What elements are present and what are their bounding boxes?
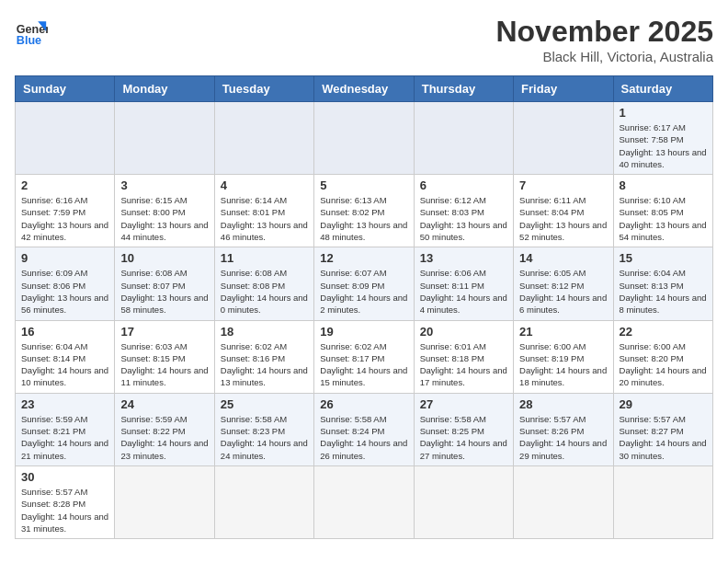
day-number: 3	[120, 178, 208, 192]
svg-text:Blue: Blue	[17, 34, 41, 47]
week-row-6: 30Sunrise: 5:57 AM Sunset: 8:28 PM Dayli…	[16, 465, 713, 538]
title-area: November 2025 Black Hill, Victoria, Aust…	[495, 15, 713, 64]
day-number: 20	[420, 325, 507, 339]
day-info: Sunrise: 6:09 AM Sunset: 8:06 PM Dayligh…	[21, 267, 108, 316]
day-info: Sunrise: 5:58 AM Sunset: 8:24 PM Dayligh…	[320, 413, 407, 462]
weekday-header-tuesday: Tuesday	[214, 76, 313, 102]
day-info: Sunrise: 6:00 AM Sunset: 8:20 PM Dayligh…	[620, 340, 707, 389]
day-info: Sunrise: 5:57 AM Sunset: 8:27 PM Dayligh…	[620, 413, 707, 462]
day-number: 18	[221, 325, 308, 339]
day-info: Sunrise: 6:04 AM Sunset: 8:13 PM Dayligh…	[620, 267, 707, 316]
calendar-cell: 15Sunrise: 6:04 AM Sunset: 8:13 PM Dayli…	[613, 247, 712, 320]
calendar-cell	[214, 102, 313, 175]
weekday-header-saturday: Saturday	[613, 76, 712, 102]
day-info: Sunrise: 6:03 AM Sunset: 8:15 PM Dayligh…	[120, 340, 208, 389]
weekday-header-thursday: Thursday	[414, 76, 513, 102]
calendar-cell: 30Sunrise: 5:57 AM Sunset: 8:28 PM Dayli…	[16, 465, 115, 538]
day-number: 4	[221, 178, 308, 192]
calendar-cell: 6Sunrise: 6:12 AM Sunset: 8:03 PM Daylig…	[414, 175, 513, 247]
day-info: Sunrise: 6:08 AM Sunset: 8:08 PM Dayligh…	[221, 267, 308, 316]
day-number: 24	[120, 397, 208, 411]
day-info: Sunrise: 6:04 AM Sunset: 8:14 PM Dayligh…	[21, 340, 108, 389]
week-row-1: 1Sunrise: 6:17 AM Sunset: 7:58 PM Daylig…	[16, 102, 713, 175]
day-number: 7	[519, 178, 607, 192]
day-number: 27	[420, 397, 507, 411]
day-info: Sunrise: 5:59 AM Sunset: 8:22 PM Dayligh…	[120, 413, 208, 462]
day-number: 13	[420, 251, 507, 265]
day-number: 28	[519, 397, 607, 411]
calendar-cell: 29Sunrise: 5:57 AM Sunset: 8:27 PM Dayli…	[613, 393, 712, 465]
calendar-cell: 2Sunrise: 6:16 AM Sunset: 7:59 PM Daylig…	[16, 175, 115, 247]
day-number: 25	[221, 397, 308, 411]
calendar: SundayMondayTuesdayWednesdayThursdayFrid…	[15, 75, 713, 539]
day-info: Sunrise: 5:59 AM Sunset: 8:21 PM Dayligh…	[21, 413, 108, 462]
calendar-cell	[314, 102, 414, 175]
calendar-cell: 11Sunrise: 6:08 AM Sunset: 8:08 PM Dayli…	[214, 247, 313, 320]
day-number: 9	[21, 251, 108, 265]
day-info: Sunrise: 5:57 AM Sunset: 8:28 PM Dayligh…	[21, 486, 108, 534]
calendar-cell	[115, 102, 214, 175]
calendar-cell: 13Sunrise: 6:06 AM Sunset: 8:11 PM Dayli…	[414, 247, 513, 320]
day-info: Sunrise: 6:05 AM Sunset: 8:12 PM Dayligh…	[519, 267, 607, 316]
logo-icon: General Blue	[15, 15, 48, 48]
day-number: 1	[620, 106, 707, 120]
calendar-cell	[414, 102, 513, 175]
day-info: Sunrise: 6:08 AM Sunset: 8:07 PM Dayligh…	[120, 267, 208, 316]
calendar-cell: 10Sunrise: 6:08 AM Sunset: 8:07 PM Dayli…	[115, 247, 214, 320]
day-number: 12	[320, 251, 407, 265]
weekday-header-row: SundayMondayTuesdayWednesdayThursdayFrid…	[16, 76, 713, 102]
day-number: 22	[620, 325, 707, 339]
calendar-cell: 23Sunrise: 5:59 AM Sunset: 8:21 PM Dayli…	[16, 393, 115, 465]
subtitle: Black Hill, Victoria, Australia	[495, 49, 713, 64]
day-info: Sunrise: 6:11 AM Sunset: 8:04 PM Dayligh…	[519, 194, 607, 243]
day-info: Sunrise: 6:12 AM Sunset: 8:03 PM Dayligh…	[420, 194, 507, 243]
day-number: 14	[519, 251, 607, 265]
day-number: 19	[320, 325, 407, 339]
calendar-cell: 18Sunrise: 6:02 AM Sunset: 8:16 PM Dayli…	[214, 320, 313, 393]
calendar-cell	[115, 465, 214, 538]
day-info: Sunrise: 6:00 AM Sunset: 8:19 PM Dayligh…	[519, 340, 607, 389]
weekday-header-sunday: Sunday	[16, 76, 115, 102]
calendar-cell: 12Sunrise: 6:07 AM Sunset: 8:09 PM Dayli…	[314, 247, 414, 320]
day-number: 17	[120, 325, 208, 339]
day-info: Sunrise: 6:07 AM Sunset: 8:09 PM Dayligh…	[320, 267, 407, 316]
day-info: Sunrise: 6:15 AM Sunset: 8:00 PM Dayligh…	[120, 194, 208, 243]
day-number: 6	[420, 178, 507, 192]
header: General Blue November 2025 Black Hill, V…	[15, 15, 713, 64]
calendar-cell: 27Sunrise: 5:58 AM Sunset: 8:25 PM Dayli…	[414, 393, 513, 465]
day-number: 29	[620, 397, 707, 411]
calendar-cell: 3Sunrise: 6:15 AM Sunset: 8:00 PM Daylig…	[115, 175, 214, 247]
calendar-cell: 5Sunrise: 6:13 AM Sunset: 8:02 PM Daylig…	[314, 175, 414, 247]
calendar-cell	[514, 102, 613, 175]
calendar-cell: 22Sunrise: 6:00 AM Sunset: 8:20 PM Dayli…	[613, 320, 712, 393]
day-number: 10	[120, 251, 208, 265]
day-info: Sunrise: 6:02 AM Sunset: 8:17 PM Dayligh…	[320, 340, 407, 389]
calendar-cell: 14Sunrise: 6:05 AM Sunset: 8:12 PM Dayli…	[514, 247, 613, 320]
day-number: 2	[21, 178, 108, 192]
day-number: 23	[21, 397, 108, 411]
day-number: 8	[620, 178, 707, 192]
day-info: Sunrise: 6:06 AM Sunset: 8:11 PM Dayligh…	[420, 267, 507, 316]
day-number: 15	[620, 251, 707, 265]
day-number: 26	[320, 397, 407, 411]
week-row-4: 16Sunrise: 6:04 AM Sunset: 8:14 PM Dayli…	[16, 320, 713, 393]
calendar-cell	[514, 465, 613, 538]
main-title: November 2025	[495, 15, 713, 49]
day-info: Sunrise: 6:10 AM Sunset: 8:05 PM Dayligh…	[620, 194, 707, 243]
weekday-header-friday: Friday	[514, 76, 613, 102]
day-number: 16	[21, 325, 108, 339]
week-row-5: 23Sunrise: 5:59 AM Sunset: 8:21 PM Dayli…	[16, 393, 713, 465]
day-info: Sunrise: 6:02 AM Sunset: 8:16 PM Dayligh…	[221, 340, 308, 389]
calendar-cell	[16, 102, 115, 175]
calendar-cell: 7Sunrise: 6:11 AM Sunset: 8:04 PM Daylig…	[514, 175, 613, 247]
calendar-cell	[214, 465, 313, 538]
calendar-cell	[314, 465, 414, 538]
day-info: Sunrise: 5:58 AM Sunset: 8:25 PM Dayligh…	[420, 413, 507, 462]
calendar-cell	[414, 465, 513, 538]
calendar-cell: 16Sunrise: 6:04 AM Sunset: 8:14 PM Dayli…	[16, 320, 115, 393]
calendar-cell: 1Sunrise: 6:17 AM Sunset: 7:58 PM Daylig…	[613, 102, 712, 175]
day-info: Sunrise: 6:01 AM Sunset: 8:18 PM Dayligh…	[420, 340, 507, 389]
calendar-cell: 20Sunrise: 6:01 AM Sunset: 8:18 PM Dayli…	[414, 320, 513, 393]
weekday-header-monday: Monday	[115, 76, 214, 102]
day-number: 30	[21, 470, 108, 484]
